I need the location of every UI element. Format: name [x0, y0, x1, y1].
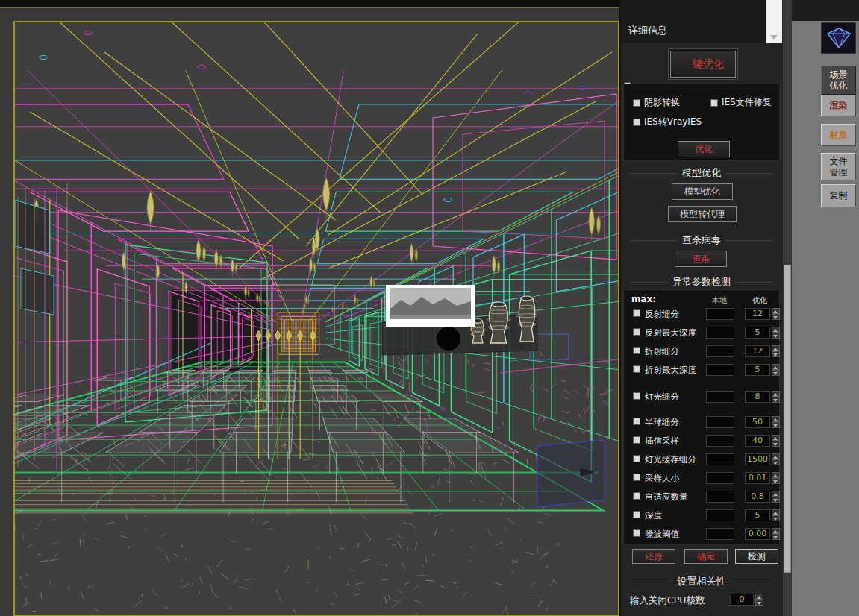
param-optimized-input[interactable]: 50 — [745, 416, 770, 428]
one-click-optimize-button[interactable]: 一键优化 — [670, 51, 736, 78]
spinner-up-icon[interactable] — [772, 528, 780, 534]
detect-button[interactable]: 检测 — [735, 549, 778, 564]
param-optimized-input[interactable]: 12 — [745, 308, 770, 320]
checkbox-icon[interactable] — [633, 347, 640, 354]
checkbox-icon[interactable] — [633, 309, 640, 317]
param-spinner[interactable] — [772, 472, 780, 484]
param-local-input[interactable] — [706, 509, 734, 521]
param-spinner[interactable] — [772, 491, 780, 503]
param-optimized-input[interactable]: 0.01 — [745, 472, 770, 484]
checkbox-icon[interactable] — [633, 328, 640, 336]
toolbar-tab-material[interactable]: 材质 — [821, 124, 856, 146]
detail-scrollbar[interactable] — [766, 0, 782, 43]
param-optimized-input[interactable]: 0.8 — [745, 491, 770, 503]
spinner-down-icon[interactable] — [772, 333, 780, 339]
param-spinner[interactable] — [772, 391, 780, 403]
confirm-button[interactable]: 确定 — [684, 549, 728, 564]
optimize-button[interactable]: 优化 — [678, 141, 730, 157]
spinner-up-icon[interactable] — [772, 416, 780, 422]
checkbox-icon[interactable] — [710, 99, 718, 107]
checkbox-icon[interactable] — [633, 474, 640, 481]
spinner-up-icon[interactable] — [772, 472, 780, 478]
spinner-up-icon[interactable] — [772, 491, 780, 497]
toolbar-tab-render[interactable]: 渲染 — [821, 95, 856, 116]
spinner-up-icon[interactable] — [772, 327, 780, 333]
checkbox-ies-to-vrayies[interactable]: IES转VrayIES — [633, 116, 702, 128]
param-spinner[interactable] — [772, 308, 780, 320]
toolbar-tab-scene-optimize[interactable]: 场景优化 — [821, 66, 856, 95]
viewport-canvas[interactable] — [13, 21, 619, 616]
param-spinner[interactable] — [772, 509, 780, 521]
cpu-cores-input[interactable]: 0 — [730, 594, 754, 606]
spinner-down-icon[interactable] — [772, 478, 780, 484]
param-spinner[interactable] — [772, 416, 780, 428]
checkbox-icon[interactable] — [633, 436, 640, 444]
param-local-input[interactable] — [706, 491, 734, 503]
spinner-down-icon[interactable] — [772, 397, 780, 403]
spinner-down-icon[interactable] — [772, 459, 780, 465]
param-local-input[interactable] — [706, 308, 734, 320]
param-local-input[interactable] — [706, 327, 734, 339]
cpu-cores-spinner[interactable] — [755, 594, 763, 606]
param-local-input[interactable] — [706, 364, 734, 376]
spinner-up-icon[interactable] — [772, 345, 780, 351]
spinner-down-icon[interactable] — [772, 422, 780, 428]
param-optimized-input[interactable]: 5 — [745, 327, 770, 339]
spinner-down-icon[interactable] — [772, 314, 780, 320]
param-optimized-input[interactable]: 1500 — [745, 453, 770, 465]
param-local-input[interactable] — [706, 453, 734, 465]
spinner-down-icon[interactable] — [772, 515, 780, 521]
param-optimized-input[interactable]: 0.00 — [745, 528, 770, 540]
checkbox-icon[interactable] — [633, 492, 640, 500]
checkbox-icon[interactable] — [633, 99, 640, 107]
param-optimized-input[interactable]: 40 — [745, 435, 770, 447]
virus-scan-button[interactable]: 查杀 — [675, 251, 727, 267]
spinner-up-icon[interactable] — [772, 308, 780, 314]
param-optimized-input[interactable]: 5 — [745, 364, 770, 376]
spinner-down-icon[interactable] — [772, 351, 780, 357]
checkbox-ies-repair[interactable]: IES文件修复 — [710, 96, 772, 109]
param-spinner[interactable] — [772, 345, 780, 357]
param-local-input[interactable] — [706, 528, 734, 540]
chevron-down-icon[interactable] — [770, 35, 778, 40]
restore-button[interactable]: 还原 — [632, 549, 675, 564]
param-optimized-input[interactable]: 5 — [745, 509, 770, 521]
param-spinner[interactable] — [772, 528, 780, 540]
param-optimized-input[interactable]: 8 — [745, 391, 770, 403]
spinner-up-icon[interactable] — [772, 435, 780, 441]
checkbox-icon[interactable] — [633, 455, 640, 462]
vray-logo-icon[interactable] — [821, 22, 856, 54]
panel-scrollbar[interactable] — [782, 0, 792, 616]
spinner-down-icon[interactable] — [755, 600, 763, 606]
param-local-input[interactable] — [706, 416, 734, 428]
param-spinner[interactable] — [772, 453, 780, 465]
toolbar-tab-file-manage[interactable]: 文件管理 — [821, 153, 856, 180]
toolbar-tab-copy[interactable]: 复制 — [821, 184, 856, 207]
param-spinner[interactable] — [772, 364, 780, 376]
param-local-input[interactable] — [706, 472, 734, 484]
spinner-down-icon[interactable] — [772, 370, 780, 376]
checkbox-icon[interactable] — [633, 119, 640, 126]
spinner-up-icon[interactable] — [772, 364, 780, 370]
param-local-input[interactable] — [706, 391, 734, 403]
checkbox-icon[interactable] — [633, 392, 640, 400]
spinner-down-icon[interactable] — [772, 534, 780, 540]
checkbox-icon[interactable] — [633, 529, 640, 537]
param-local-input[interactable] — [706, 345, 734, 357]
checkbox-icon[interactable] — [633, 365, 640, 373]
param-local-input[interactable] — [706, 435, 734, 447]
spinner-up-icon[interactable] — [772, 509, 780, 515]
model-optimize-button[interactable]: 模型优化 — [672, 183, 733, 200]
checkbox-icon[interactable] — [633, 418, 640, 425]
param-spinner[interactable] — [772, 435, 780, 447]
scrollbar-thumb[interactable] — [784, 265, 791, 573]
checkbox-shadow-convert[interactable]: 阴影转换 — [633, 96, 680, 109]
checkbox-icon[interactable] — [633, 511, 640, 518]
spinner-down-icon[interactable] — [772, 497, 780, 503]
spinner-down-icon[interactable] — [772, 441, 780, 447]
spinner-up-icon[interactable] — [772, 391, 780, 397]
spinner-up-icon[interactable] — [772, 453, 780, 459]
model-to-proxy-button[interactable]: 模型转代理 — [668, 206, 737, 222]
spinner-up-icon[interactable] — [755, 594, 763, 600]
param-spinner[interactable] — [772, 327, 780, 339]
